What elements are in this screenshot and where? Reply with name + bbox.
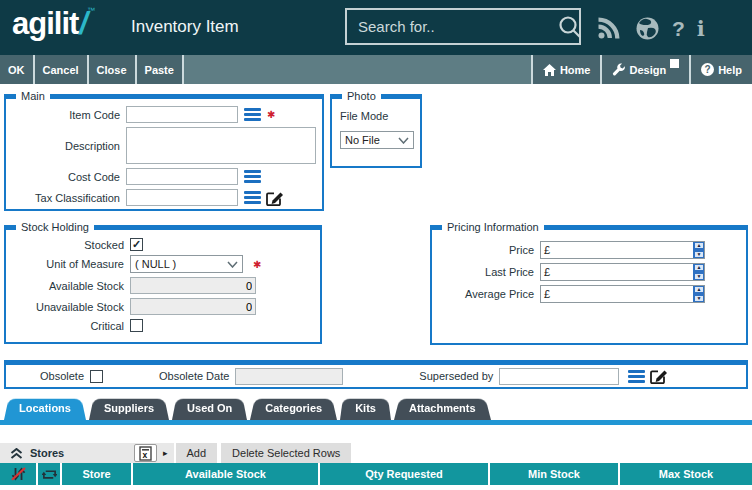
refresh-rows-icon [42, 468, 57, 481]
last-price-spinner[interactable]: ▲▼ [693, 264, 704, 280]
close-button[interactable]: Close [89, 55, 137, 84]
column-header-available-stock[interactable]: Available Stock [133, 463, 318, 485]
tax-edit-icon[interactable] [266, 190, 285, 206]
file-mode-select[interactable]: No File [340, 131, 414, 149]
item-code-label: Item Code [12, 109, 120, 121]
help-badge-icon: ? [701, 63, 714, 76]
required-asterisk: ✱ [253, 259, 261, 270]
spinner-up-icon[interactable]: ▲ [694, 242, 704, 249]
description-textarea[interactable] [126, 127, 316, 164]
header-icon-row: ? i [598, 14, 705, 42]
add-row-button[interactable]: Add [174, 443, 220, 463]
search-icon[interactable] [557, 14, 583, 40]
refresh-rows-header-cell[interactable] [38, 463, 60, 485]
obsolete-checkbox[interactable] [90, 370, 103, 383]
delete-selected-rows-button[interactable]: Delete Selected Rows [219, 443, 353, 463]
home-button[interactable]: Home [531, 55, 601, 84]
unavailable-stock-label: Unavailable Stock [12, 301, 124, 313]
pricing-section: Pricing Information Price £ ▲▼ Last Pric… [430, 221, 748, 345]
tab-categories[interactable]: Categories [250, 396, 337, 420]
last-price-field[interactable]: £ ▲▼ [540, 263, 705, 281]
available-stock-field [130, 277, 256, 294]
spinner-down-icon[interactable]: ▼ [694, 251, 704, 258]
obsolete-date-field [235, 368, 343, 385]
price-spinner[interactable]: ▲▼ [693, 242, 704, 258]
last-price-input[interactable] [553, 266, 693, 278]
rss-icon[interactable] [598, 17, 623, 39]
search-input[interactable] [358, 18, 557, 35]
chevron-down-icon [398, 137, 409, 144]
superseded-by-input[interactable] [499, 368, 619, 385]
tab-attachments[interactable]: Attachments [394, 396, 491, 420]
svg-text:x: x [143, 450, 148, 460]
spinner-down-icon[interactable]: ▼ [694, 295, 704, 302]
unit-of-measure-value: ( NULL ) [135, 258, 176, 270]
stock-holding-section: Stock Holding Stocked ✓ Unit of Measure … [4, 221, 322, 344]
clear-sort-header-cell[interactable] [0, 463, 36, 485]
tab-suppliers[interactable]: Suppliers [89, 396, 169, 420]
tab-label: Attachments [409, 402, 476, 414]
info-icon[interactable]: i [697, 18, 705, 39]
tab-kits[interactable]: Kits [340, 396, 391, 420]
average-price-input[interactable] [553, 288, 693, 300]
average-price-field[interactable]: £ ▲▼ [540, 285, 705, 303]
cancel-button[interactable]: Cancel [35, 55, 89, 84]
description-label: Description [12, 140, 120, 152]
agility-logo: agilit/™ [12, 6, 94, 42]
logo-text: agilit [12, 6, 78, 41]
tax-lookup-icon[interactable] [244, 191, 261, 204]
tab-locations[interactable]: Locations [4, 396, 86, 420]
average-price-label: Average Price [438, 288, 534, 300]
spinner-up-icon[interactable]: ▲ [694, 286, 704, 293]
column-header-min-stock[interactable]: Min Stock [490, 463, 618, 485]
column-header-qty-requested[interactable]: Qty Requested [320, 463, 488, 485]
detail-tabs: Locations Suppliers Used On Categories K… [4, 396, 491, 420]
globe-icon[interactable] [635, 16, 660, 41]
superseded-edit-icon[interactable] [650, 368, 669, 384]
trademark-symbol: ™ [87, 6, 94, 15]
help-button[interactable]: ? Help [689, 55, 752, 84]
home-label: Home [560, 64, 591, 76]
item-code-lookup-icon[interactable] [244, 108, 261, 121]
tab-label: Categories [265, 402, 322, 414]
critical-checkbox[interactable] [130, 319, 143, 332]
last-price-label: Last Price [438, 266, 534, 278]
column-header-store[interactable]: Store [62, 463, 131, 485]
cost-code-lookup-icon[interactable] [244, 170, 261, 183]
help-label: Help [718, 64, 742, 76]
collapse-chevrons-icon [10, 448, 23, 459]
column-header-max-stock[interactable]: Max Stock [620, 463, 752, 485]
help-icon[interactable]: ? [672, 18, 685, 39]
tab-used-on[interactable]: Used On [172, 396, 247, 420]
price-field[interactable]: £ ▲▼ [540, 241, 705, 259]
unit-of-measure-select[interactable]: ( NULL ) [130, 255, 243, 273]
inventory-item-window: agilit/™ Inventory Item ? i OK Cancel Cl… [0, 0, 752, 490]
item-code-input[interactable] [126, 106, 238, 123]
tab-label: Suppliers [104, 402, 154, 414]
obsolete-section: Obsolete Obsolete Date Superseded by [4, 360, 748, 389]
design-button[interactable]: Design [600, 55, 689, 84]
main-legend: Main [16, 90, 50, 102]
export-excel-button[interactable]: x [134, 444, 157, 462]
spinner-up-icon[interactable]: ▲ [694, 264, 704, 271]
average-price-spinner[interactable]: ▲▼ [693, 286, 704, 302]
pricing-legend: Pricing Information [442, 221, 544, 233]
cost-code-input[interactable] [126, 168, 238, 185]
ok-button[interactable]: OK [0, 55, 35, 84]
price-input[interactable] [553, 244, 693, 256]
superseded-lookup-icon[interactable] [628, 370, 645, 383]
search-box[interactable] [345, 8, 581, 45]
paste-button[interactable]: Paste [137, 55, 184, 84]
stores-grid-header: Store Available Stock Qty Requested Min … [0, 463, 752, 485]
tab-label: Kits [355, 402, 376, 414]
page-title: Inventory Item [131, 17, 239, 37]
spinner-down-icon[interactable]: ▼ [694, 273, 704, 280]
tab-label: Locations [19, 402, 71, 414]
export-options-arrow[interactable]: ▸ [157, 443, 174, 463]
price-label: Price [438, 244, 534, 256]
stocked-checkbox[interactable]: ✓ [130, 238, 143, 251]
stores-collapse-toggle[interactable]: Stores [0, 443, 132, 463]
available-stock-label: Available Stock [12, 280, 124, 292]
tax-classification-input[interactable] [126, 189, 238, 206]
file-mode-value: No File [345, 134, 380, 146]
